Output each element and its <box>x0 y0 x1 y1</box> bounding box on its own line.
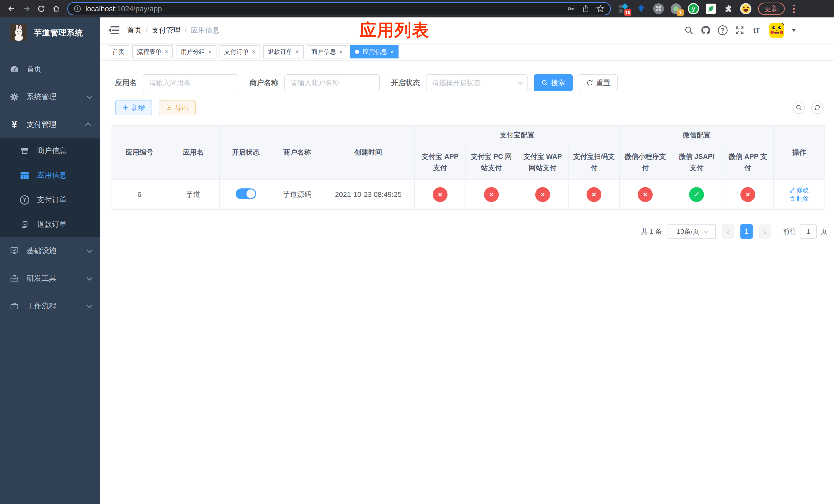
sidebar-item-label: 研发工具 <box>27 273 57 283</box>
close-icon[interactable]: × <box>295 48 299 55</box>
tab-process-form[interactable]: 流程表单× <box>132 45 173 59</box>
page-number-1[interactable]: 1 <box>740 224 753 239</box>
chrome-update-button[interactable]: 更新 <box>758 3 785 15</box>
merchant-name-input[interactable] <box>284 74 380 91</box>
tampermonkey-extension-icon[interactable]: 10 <box>618 3 629 14</box>
status-select[interactable]: 请选择开启状态 <box>426 74 528 91</box>
app-name-input[interactable] <box>143 74 238 91</box>
close-icon[interactable]: × <box>164 48 168 55</box>
font-size-button[interactable]: tT <box>750 24 763 37</box>
sidebar-item-refund-orders[interactable]: 退款订单 <box>0 212 100 237</box>
refresh-icon <box>587 79 593 86</box>
app-logo[interactable]: 芋道管理系统 <box>0 18 100 48</box>
download-icon <box>166 105 172 111</box>
group-header-alipay: 支付宝配置 <box>414 125 620 145</box>
password-key-icon[interactable] <box>567 5 575 13</box>
rabbit-icon <box>10 24 27 41</box>
proxy-extension-icon[interactable]: 1 <box>671 3 682 14</box>
browser-reload-button[interactable] <box>34 2 49 15</box>
tab-merchant-info[interactable]: 商户信息× <box>307 45 347 59</box>
column-header-create-time: 创建时间 <box>322 125 414 180</box>
fullscreen-button[interactable] <box>733 24 746 37</box>
chevron-down-icon <box>518 80 522 85</box>
sidebar-item-workflow[interactable]: 工作流程 <box>0 292 100 320</box>
sidebar-item-app-info[interactable]: 应用信息 <box>0 163 100 188</box>
chat-extension-icon[interactable] <box>705 3 717 14</box>
close-icon[interactable]: × <box>208 48 212 55</box>
toggle-search-button[interactable] <box>793 101 805 114</box>
sidebar-item-merchant-info[interactable]: 商户信息 <box>0 138 100 163</box>
reset-button[interactable]: 重置 <box>579 74 618 91</box>
browser-forward-button[interactable] <box>19 2 34 15</box>
cell-create-time: 2021-10-23 08:49:25 <box>322 180 414 209</box>
command-extension-icon[interactable]: ⌘ <box>653 3 664 14</box>
chevron-up-icon <box>85 122 91 129</box>
sidebar-item-home[interactable]: 首页 <box>0 55 100 83</box>
page-size-select[interactable]: 10条/页 <box>667 224 716 239</box>
next-page-button[interactable]: › <box>759 224 771 239</box>
tab-refund-orders[interactable]: 退款订单× <box>263 45 304 59</box>
cell-alipay-pc: × <box>466 180 517 209</box>
tab-user-group[interactable]: 用户分组× <box>176 45 216 59</box>
help-doc-button[interactable]: ? <box>716 24 729 37</box>
tab-app-info[interactable]: 应用信息× <box>350 45 398 59</box>
diamond-extension-icon[interactable] <box>636 3 647 14</box>
address-bar[interactable]: localhost:1024/pay/app <box>67 2 611 15</box>
table-toolbar: 新增 导出 <box>115 100 824 115</box>
status-toggle[interactable] <box>236 188 256 199</box>
export-button[interactable]: 导出 <box>159 100 196 115</box>
site-info-icon[interactable] <box>73 5 81 13</box>
search-button[interactable]: 搜索 <box>534 74 573 91</box>
bookmark-star-icon[interactable] <box>596 5 605 13</box>
reload-icon <box>37 5 45 13</box>
add-button[interactable]: 新增 <box>115 100 152 115</box>
edit-button[interactable]: 修改 <box>790 186 809 194</box>
cell-alipay-app: × <box>414 180 466 209</box>
y-extension-icon[interactable]: y <box>688 3 699 14</box>
sidebar-item-infrastructure[interactable]: 基础设施 <box>0 237 100 265</box>
app-title: 芋道管理系统 <box>34 27 83 38</box>
close-icon[interactable]: × <box>339 48 343 55</box>
breadcrumb-home[interactable]: 首页 <box>127 25 141 35</box>
table-settings <box>793 101 824 114</box>
toggle-knob <box>246 189 255 198</box>
close-icon[interactable]: × <box>252 48 256 55</box>
breadcrumb-payment[interactable]: 支付管理 <box>152 25 180 35</box>
extension-icons: 10 ⌘ 1 y <box>618 3 751 14</box>
avatar-caret-icon[interactable] <box>791 29 796 32</box>
column-header-alipay-qr: 支付宝扫码支付 <box>568 145 620 180</box>
app-table: 应用编号 应用名 开启状态 商户名称 创建时间 支付宝配置 微信配置 操作 支付… <box>112 125 825 210</box>
browser-menu-icon[interactable] <box>791 4 797 14</box>
browser-profile-avatar[interactable] <box>740 3 751 14</box>
page-annotation-title: 应用列表 <box>359 19 429 42</box>
tab-home[interactable]: 首页 <box>108 45 129 59</box>
sidebar-toggle-button[interactable] <box>108 25 119 36</box>
cross-status-icon: × <box>484 187 499 202</box>
browser-back-button[interactable] <box>4 2 19 15</box>
edit-pen-icon <box>790 187 795 193</box>
sidebar-item-pay-orders[interactable]: ¥ 支付订单 <box>0 188 100 212</box>
goto-page-input[interactable] <box>800 224 817 239</box>
user-avatar[interactable] <box>769 23 784 38</box>
app-window: 芋道管理系统 首页 系统管理 ¥ <box>0 18 834 504</box>
refresh-table-button[interactable] <box>811 101 824 114</box>
table-row: 6 芋道 芋道源码 2021-10-23 08:49:25 × × × × × <box>112 180 825 209</box>
sidebar-item-system[interactable]: 系统管理 <box>0 83 100 111</box>
browser-home-button[interactable] <box>49 2 64 15</box>
share-icon[interactable] <box>582 5 590 13</box>
sidebar-item-dev-tools[interactable]: 研发工具 <box>0 265 100 292</box>
tab-pay-orders[interactable]: 支付订单× <box>220 45 260 59</box>
app-name-label: 应用名 <box>115 78 137 88</box>
column-header-status: 开启状态 <box>220 125 272 180</box>
header-search-button[interactable] <box>682 24 696 37</box>
prev-page-button[interactable]: ‹ <box>722 224 734 239</box>
extensions-puzzle-icon[interactable] <box>723 3 734 14</box>
grid-icon <box>20 171 30 179</box>
breadcrumb: 首页 / 支付管理 / 应用信息 <box>127 25 220 35</box>
delete-button[interactable]: 删除 <box>790 194 809 203</box>
sidebar-item-payment[interactable]: ¥ 支付管理 <box>0 111 100 138</box>
column-header-app-name: 应用名 <box>167 125 220 180</box>
github-link-button[interactable] <box>699 24 712 37</box>
close-icon[interactable]: × <box>390 48 394 55</box>
status-label: 开启状态 <box>391 78 420 88</box>
